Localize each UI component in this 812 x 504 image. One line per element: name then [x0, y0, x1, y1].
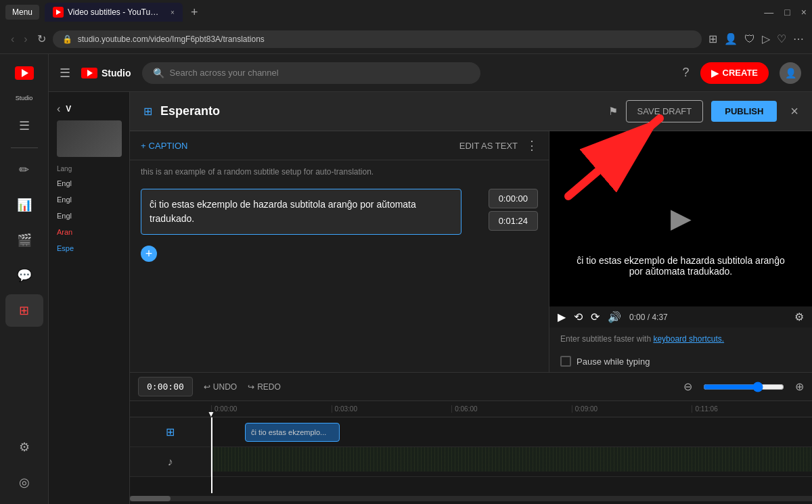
- panel-item-en1[interactable]: Engl: [57, 175, 121, 191]
- redo-button[interactable]: ↪ REDO: [248, 382, 281, 392]
- playhead[interactable]: [211, 417, 212, 493]
- subtitle-track-label: ⊞: [130, 417, 211, 446]
- edit-icon: ✏: [19, 162, 29, 177]
- zoom-out-button[interactable]: ⊖: [683, 380, 692, 393]
- new-tab-button[interactable]: +: [191, 5, 198, 20]
- publish-button[interactable]: PUBLISH: [711, 101, 777, 122]
- pause-typing-checkbox[interactable]: [560, 356, 571, 367]
- extensions-icon[interactable]: ⊞: [708, 32, 717, 45]
- address-bar[interactable]: 🔒 studio.youtube.com/video/ImgF6pbt83A/t…: [53, 30, 702, 48]
- redo-label: REDO: [257, 382, 281, 392]
- share-icon[interactable]: ▷: [762, 32, 770, 45]
- time-display: 0:00 / 4:37: [629, 313, 668, 322]
- sidebar-item-menu[interactable]: ☰: [5, 110, 43, 142]
- account-avatar[interactable]: 👤: [780, 62, 801, 84]
- sidebar-item-subtitles[interactable]: ⊞: [5, 294, 43, 327]
- undo-icon: ↩: [204, 382, 210, 392]
- timeline-timecode: 0:00:00: [138, 377, 193, 396]
- save-draft-button[interactable]: SAVE DRAFT: [626, 100, 704, 122]
- panel-item-ar[interactable]: Aran: [57, 224, 121, 240]
- subtitle-clip[interactable]: ĉi tio estas ekzemplo...: [245, 423, 340, 442]
- caption-text-area: ĉi tio estas ekzemplo de hazarda subtito…: [141, 189, 461, 235]
- undo-button[interactable]: ↩ UNDO: [204, 382, 237, 392]
- maximize-button[interactable]: □: [784, 7, 790, 18]
- video-thumbnail: [57, 120, 122, 157]
- help-button[interactable]: ?: [683, 66, 690, 80]
- keyboard-tip: Enter subtitles faster with keyboard sho…: [549, 327, 812, 350]
- ruler-mark-0: 0:00:00: [211, 405, 332, 413]
- time-end-button[interactable]: 0:01:24: [489, 211, 538, 231]
- edit-as-text-button[interactable]: EDIT AS TEXT: [459, 141, 518, 151]
- window-close-button[interactable]: ×: [801, 7, 807, 18]
- zoom-slider[interactable]: [703, 382, 784, 392]
- keyboard-shortcuts-link[interactable]: keyboard shortcuts.: [653, 334, 724, 344]
- menu-button[interactable]: Menu: [5, 5, 39, 20]
- video-placeholder: ▶: [671, 202, 692, 233]
- video-panel: ‹ V Lang Engl Engl Engl Aran Espe: [49, 92, 130, 504]
- studio-header: ☰ Studio 🔍 Search across your channel ? …: [49, 54, 812, 92]
- studio-name: Studio: [102, 68, 131, 78]
- minimize-button[interactable]: —: [764, 7, 773, 18]
- add-row-button[interactable]: +: [141, 246, 157, 262]
- sidebar-item-settings[interactable]: ⚙: [5, 431, 43, 463]
- volume-button[interactable]: 🔊: [608, 311, 621, 323]
- browser-frame: Menu Video subtitles - YouTube S × + — □…: [0, 0, 812, 504]
- nav-bar: ‹ › ↻ 🔒 studio.youtube.com/video/ImgF6pb…: [0, 24, 812, 54]
- scrollbar-thumb[interactable]: [130, 496, 171, 501]
- pause-typing-label: Pause while typing: [577, 357, 650, 367]
- sidebar-item-videos[interactable]: 🎬: [5, 224, 43, 256]
- studio-search-bar[interactable]: 🔍 Search across your channel: [142, 62, 480, 84]
- create-button[interactable]: ▶ CREATE: [700, 62, 769, 84]
- add-caption-button[interactable]: + CAPTION: [141, 141, 187, 151]
- video-settings-button[interactable]: ⚙: [794, 311, 804, 323]
- refresh-button[interactable]: ↻: [37, 32, 46, 45]
- sidebar-bottom: ⚙ ◎: [5, 431, 43, 499]
- forward-button[interactable]: ›: [21, 30, 30, 48]
- studio-menu-icon[interactable]: ☰: [60, 66, 70, 81]
- back-arrow-icon[interactable]: ‹: [57, 103, 60, 115]
- panel-item-en2[interactable]: Engl: [57, 191, 121, 208]
- analytics-icon: 📊: [17, 198, 32, 212]
- play-button[interactable]: ▶: [558, 311, 566, 323]
- shield-icon[interactable]: 🛡: [744, 33, 755, 45]
- zoom-in-button[interactable]: ⊕: [795, 380, 804, 393]
- favorites-icon[interactable]: ♡: [777, 32, 786, 45]
- menu-dots-icon[interactable]: ⋯: [793, 32, 804, 45]
- timeline-ruler: 0:00:00 0:03:00 0:06:00 0:09:00 0:11:06: [130, 401, 812, 417]
- studio-wrap: Studio ☰ ✏ 📊 🎬 💬 ⊞ ⚙: [0, 54, 812, 504]
- feedback-button[interactable]: ⚑: [608, 105, 618, 118]
- editor-subtitle-icon: ⊞: [143, 105, 152, 118]
- video-preview-panel: ▶ ĉi tio estas ekzemplo de hazarda subti…: [549, 131, 812, 372]
- panel-item-en3[interactable]: Engl: [57, 208, 121, 224]
- ruler-mark-1: 0:03:00: [332, 405, 452, 413]
- caption-textbox[interactable]: ĉi tio estas ekzemplo de hazarda subtito…: [141, 189, 461, 235]
- sidebar-item-content[interactable]: ✏: [5, 154, 43, 186]
- sidebar-item-feedback[interactable]: ◎: [5, 466, 43, 499]
- ruler-mark-3: 0:09:00: [572, 405, 692, 413]
- undo-label: UNDO: [213, 382, 237, 392]
- video-seekbar[interactable]: [549, 304, 812, 306]
- tab-close-button[interactable]: ×: [171, 9, 175, 16]
- search-icon: 🔍: [153, 68, 164, 78]
- title-bar-right: — □ ×: [764, 7, 807, 18]
- active-tab[interactable]: Video subtitles - YouTube S ×: [45, 3, 183, 22]
- sidebar-item-analytics[interactable]: 📊: [5, 189, 43, 221]
- outer-sidebar: Studio ☰ ✏ 📊 🎬 💬 ⊞ ⚙: [0, 54, 49, 504]
- time-start-button[interactable]: 0:00:00: [489, 189, 538, 208]
- rewind-button[interactable]: ⟲: [574, 311, 583, 323]
- studio-logo-full: Studio: [81, 68, 131, 78]
- sidebar-item-comments[interactable]: 💬: [5, 259, 43, 292]
- hamburger-icon: ☰: [19, 118, 30, 133]
- more-options-button[interactable]: ⋮: [526, 138, 538, 153]
- editor-body: + CAPTION EDIT AS TEXT ⋮ this is an exam…: [130, 131, 812, 372]
- panel-item-eo[interactable]: Espe: [57, 240, 121, 256]
- video-panel-header: ‹ V: [49, 97, 129, 120]
- forward-button[interactable]: ⟳: [591, 311, 600, 323]
- profile-icon[interactable]: 👤: [724, 32, 738, 45]
- youtube-logo: [15, 66, 34, 80]
- back-button[interactable]: ‹: [8, 30, 17, 48]
- editor-close-button[interactable]: ×: [790, 104, 798, 119]
- subtitle-track-content[interactable]: ĉi tio estas ekzemplo...: [211, 417, 812, 446]
- timeline-scrollbar[interactable]: [130, 496, 812, 501]
- ruler-mark-2: 0:06:00: [451, 405, 572, 413]
